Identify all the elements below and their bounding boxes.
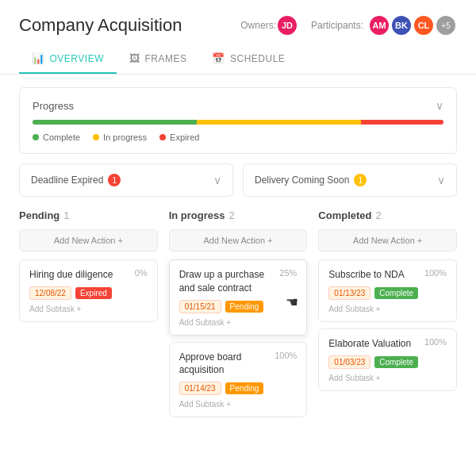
add-action-completed[interactable]: Add New Action + [318, 229, 457, 251]
card-date-purchase: 01/15/21 [179, 300, 221, 313]
card-header-hiring: Hiring due diligence 0% [29, 268, 148, 282]
card-header-purchase: Draw up a purchase and sale contract 25% [179, 268, 298, 295]
header-right: Owners: JD Participants: AM BK CL +5 [240, 14, 457, 36]
delivery-label: Delivery Coming Soon 1 [255, 174, 367, 186]
card-title-purchase: Draw up a purchase and sale contract [179, 268, 280, 295]
card-tags-hiring: 12/08/22 Expired [29, 286, 148, 300]
action-card-nda: Subscribe to NDA 100% 01/13/23 Complete … [318, 259, 457, 322]
action-card-purchase: Draw up a purchase and sale contract 25%… [169, 259, 308, 336]
card-header-valuation: Elaborate Valuation 100% [328, 337, 447, 351]
column-completed: Completed 2 Add New Action + Subscribe t… [318, 209, 457, 424]
progress-bar-green [33, 120, 197, 125]
card-tag-complete-valuation: Complete [374, 356, 418, 368]
card-percent-board: 100% [274, 351, 297, 360]
schedule-icon: 📅 [212, 52, 225, 64]
pending-count: 1 [63, 209, 69, 221]
participant-avatar-1: AM [368, 14, 390, 36]
card-tags-valuation: 01/03/23 Complete [328, 355, 447, 369]
participants-section: Participants: AM BK CL +5 [311, 14, 457, 36]
card-tags-purchase: 01/15/21 Pending [179, 300, 298, 313]
owner-avatar-1: JD [276, 14, 298, 36]
header: Company Acquisition Owners: JD Participa… [0, 0, 476, 44]
nav-tabs: 📊 OVERVIEW 🖼 FRAMES 📅 SCHEDULE [0, 44, 476, 75]
kanban-board: Pending 1 Add New Action + Hiring due di… [19, 209, 457, 424]
column-pending-header: Pending 1 [19, 209, 158, 221]
card-date-board: 01/14/23 [179, 382, 221, 395]
legend-inprogress: In progress [93, 132, 147, 142]
card-percent-nda: 100% [424, 268, 447, 278]
participant-avatar-2: BK [390, 14, 413, 36]
card-tag-expired-hiring: Expired [75, 287, 112, 299]
column-inprogress-header: In progress 2 [169, 209, 308, 221]
card-date-hiring: 12/08/22 [29, 286, 71, 300]
card-percent-valuation: 100% [424, 337, 447, 347]
card-date-valuation: 01/03/23 [328, 355, 370, 369]
delivery-badge: 1 [354, 174, 367, 186]
card-tag-pending-purchase: Pending [225, 301, 264, 313]
card-date-nda: 01/13/23 [328, 286, 370, 300]
add-action-inprogress[interactable]: Add New Action + [169, 229, 308, 251]
column-pending: Pending 1 Add New Action + Hiring due di… [19, 209, 158, 424]
inprogress-count: 2 [228, 209, 234, 221]
action-card-hiring: Hiring due diligence 0% 12/08/22 Expired… [19, 259, 158, 322]
summary-card-deadline[interactable]: Deadline Expired 1 ∨ [19, 163, 233, 197]
column-inprogress: In progress 2 Add New Action + Draw up a… [169, 209, 308, 424]
progress-bar-yellow [197, 120, 361, 125]
participant-avatar-3: CL [413, 14, 435, 36]
summary-row: Deadline Expired 1 ∨ Delivery Coming Soo… [19, 163, 457, 197]
add-action-pending[interactable]: Add New Action + [19, 229, 158, 251]
action-card-board: Approve board acquisition 100% 01/14/23 … [169, 342, 308, 418]
card-title-hiring: Hiring due diligence [29, 268, 135, 282]
progress-collapse-icon[interactable]: ∨ [436, 99, 443, 112]
delivery-chevron[interactable]: ∨ [437, 174, 445, 186]
add-subtask-valuation[interactable]: Add Subtask + [328, 374, 447, 382]
add-subtask-board[interactable]: Add Subtask + [179, 400, 298, 409]
add-subtask-hiring[interactable]: Add Subtask + [29, 305, 148, 313]
progress-bar-red [361, 120, 443, 125]
overview-icon: 📊 [32, 52, 45, 64]
participants-count: +5 [435, 14, 457, 36]
frames-icon: 🖼 [129, 52, 140, 64]
summary-card-delivery[interactable]: Delivery Coming Soon 1 ∨ [243, 163, 457, 197]
progress-legend: Complete In progress Expired [33, 132, 443, 142]
legend-dot-inprogress [93, 134, 99, 140]
legend-dot-complete [33, 134, 39, 140]
card-header-nda: Subscribe to NDA 100% [328, 268, 447, 282]
card-tags-nda: 01/13/23 Complete [328, 286, 447, 300]
column-completed-header: Completed 2 [318, 209, 457, 221]
legend-expired: Expired [159, 132, 199, 142]
owners-label: Owners: [240, 20, 276, 31]
legend-complete: Complete [33, 132, 80, 142]
card-title-valuation: Elaborate Valuation [328, 337, 424, 351]
add-subtask-purchase[interactable]: Add Subtask + [179, 318, 298, 327]
card-header-board: Approve board acquisition 100% [179, 351, 298, 378]
content: Progress ∨ Complete In progress Expired [0, 75, 476, 436]
tab-frames[interactable]: 🖼 FRAMES [117, 44, 200, 74]
progress-label: Progress [33, 100, 74, 112]
completed-count: 2 [376, 209, 382, 221]
card-tag-pending-board: Pending [225, 382, 264, 394]
deadline-label: Deadline Expired 1 [31, 174, 121, 186]
participants-label: Participants: [311, 20, 363, 31]
card-title-board: Approve board acquisition [179, 351, 275, 378]
legend-dot-expired [159, 134, 166, 140]
card-percent-hiring: 0% [135, 268, 148, 278]
tab-schedule[interactable]: 📅 SCHEDULE [199, 44, 298, 74]
progress-header: Progress ∨ [33, 99, 443, 112]
progress-bar [33, 120, 443, 125]
card-percent-purchase: 25% [279, 268, 297, 278]
tab-overview[interactable]: 📊 OVERVIEW [19, 44, 117, 74]
drag-handle-icon: ☚ [286, 294, 298, 311]
card-tags-board: 01/14/23 Pending [179, 382, 298, 395]
owner-section: Owners: JD [240, 14, 298, 36]
deadline-chevron[interactable]: ∨ [213, 174, 221, 186]
add-subtask-nda[interactable]: Add Subtask + [328, 305, 447, 313]
card-tag-complete-nda: Complete [374, 287, 418, 299]
deadline-badge: 1 [108, 174, 121, 186]
page-title: Company Acquisition [19, 15, 182, 36]
action-card-valuation: Elaborate Valuation 100% 01/03/23 Comple… [318, 328, 457, 391]
card-title-nda: Subscribe to NDA [328, 268, 424, 282]
progress-card: Progress ∨ Complete In progress Expired [19, 87, 457, 154]
